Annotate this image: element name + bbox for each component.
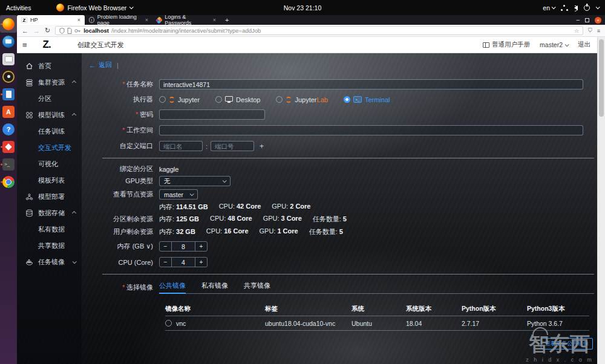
window-minimize-button[interactable]: –: [576, 18, 580, 22]
dock-item-help[interactable]: ?: [0, 120, 17, 138]
dock: A ? >_: [0, 15, 17, 364]
menu-icon[interactable]: ≡: [597, 28, 600, 34]
tab-private-image[interactable]: 私有镜像: [201, 281, 228, 293]
volume-icon[interactable]: [574, 5, 578, 10]
node-select[interactable]: master: [159, 189, 198, 200]
tab-logins-passwords[interactable]: Logins & Passwords ×: [152, 15, 220, 25]
bookmark-star-icon[interactable]: ☆: [574, 28, 579, 34]
sidebar-item-shared-data[interactable]: 共享数据: [17, 238, 82, 254]
sidebar-item-data-storage[interactable]: 数据存储: [17, 205, 82, 221]
port-name-input[interactable]: [159, 141, 203, 151]
memory-value[interactable]: 8: [171, 242, 195, 251]
user-manual-link[interactable]: 普通用户手册: [483, 41, 530, 49]
tab-close-icon[interactable]: ×: [145, 17, 148, 23]
tab-hp[interactable]: Z HP ×: [17, 15, 85, 25]
reload-button[interactable]: ↻: [45, 27, 50, 34]
scrollbar-thumb[interactable]: [599, 39, 604, 117]
sidebar-item-label: 首页: [38, 62, 51, 71]
chevron-down-icon: [73, 259, 77, 264]
divider: [102, 158, 594, 158]
sidebar-item-label: 模板列表: [38, 176, 65, 185]
tab-close-icon[interactable]: ×: [213, 17, 216, 23]
site-favicon: Z: [21, 17, 27, 23]
executor-option-desktop[interactable]: Desktop: [215, 96, 260, 103]
back-button[interactable]: ←: [22, 27, 28, 34]
table-row[interactable]: vnc ubuntu18.04-cuda10-vnc Ubuntu 18.04 …: [165, 316, 589, 331]
language-label: en: [543, 4, 550, 11]
protections-icon[interactable]: ⛉: [588, 27, 592, 34]
cpu-value[interactable]: 4: [171, 258, 195, 267]
new-tab-button[interactable]: +: [220, 15, 234, 25]
sidebar-item-model-deploy[interactable]: 模型部署: [17, 189, 82, 205]
tab-public-image[interactable]: 公共镜像: [159, 281, 186, 293]
sidebar-item-model-training[interactable]: 模型训练: [17, 107, 82, 123]
activities-button[interactable]: Activities: [6, 4, 31, 11]
password-input[interactable]: [159, 109, 265, 120]
dock-item-thunderbird[interactable]: [0, 33, 17, 50]
logout-button[interactable]: 退出: [578, 41, 590, 49]
system-menu-chevron-icon[interactable]: [596, 5, 600, 9]
chevron-up-icon: [72, 80, 76, 85]
sidebar-item-template-list[interactable]: 模板列表: [17, 172, 82, 189]
url-host: localhost: [83, 27, 109, 34]
row-radio-icon[interactable]: [165, 320, 172, 327]
power-icon[interactable]: [584, 5, 590, 11]
increment-button[interactable]: +: [195, 242, 207, 251]
user-dropdown[interactable]: master2: [540, 41, 568, 48]
page-scrollbar[interactable]: [597, 37, 605, 364]
dock-item-libreoffice[interactable]: [0, 85, 17, 103]
tab-close-icon[interactable]: ×: [77, 17, 80, 23]
dock-item-rhythmbox[interactable]: [0, 68, 17, 85]
port-number-input[interactable]: [211, 141, 254, 151]
chevron-down-icon: [552, 5, 556, 9]
sidebar-item-task-image[interactable]: 任务镜像: [17, 254, 82, 270]
app-menu[interactable]: Firefox Web Browser: [56, 4, 132, 11]
executor-option-jupyter[interactable]: Jupyter: [159, 96, 200, 103]
dock-item-terminal[interactable]: >_: [0, 155, 17, 173]
column-header: 系统: [352, 305, 406, 313]
increment-button[interactable]: +: [195, 258, 207, 267]
url-path: /index.html#/modeltraining/interactive/s…: [111, 27, 261, 34]
dock-item-firefox[interactable]: [0, 15, 17, 33]
dock-item-code-app[interactable]: [0, 138, 17, 155]
sidebar-item-interactive-dev[interactable]: 交互式开发: [17, 140, 82, 156]
executor-option-jupyterlab[interactable]: JupyterLab: [276, 96, 327, 103]
sidebar: 首页 集群资源 分区 模型训练: [17, 53, 82, 364]
decrement-button[interactable]: −: [160, 242, 171, 251]
language-indicator[interactable]: en: [543, 4, 555, 11]
gpu-type-select[interactable]: 无: [159, 176, 231, 186]
dock-item-chrome[interactable]: [0, 173, 17, 190]
task-name-input[interactable]: [159, 79, 583, 89]
dock-item-files[interactable]: [0, 50, 17, 68]
sidebar-item-visualization[interactable]: 可视化: [17, 156, 82, 172]
tab-shared-image[interactable]: 共享镜像: [244, 281, 270, 293]
tab-problem-loading[interactable]: i Problem loading page ×: [85, 15, 152, 25]
network-icon[interactable]: [561, 5, 568, 11]
forward-button[interactable]: →: [33, 27, 40, 34]
back-link[interactable]: ← 返回: [89, 60, 112, 70]
image-system: Ubuntu: [352, 320, 406, 327]
sidebar-item-home[interactable]: 首页: [17, 58, 82, 74]
url-bar[interactable]: localhost/index.html#/modeltraining/inte…: [55, 26, 583, 35]
executor-option-terminal[interactable]: >_ Terminal: [344, 96, 390, 103]
sidebar-item-partition[interactable]: 分区: [17, 91, 82, 107]
radio-icon: [276, 96, 283, 103]
browser-window: Z HP × i Problem loading page × Logins &…: [17, 15, 605, 364]
sidebar-item-task-training[interactable]: 任务训练: [17, 123, 82, 140]
app-logo[interactable]: Z.: [43, 39, 51, 51]
decrement-button[interactable]: −: [160, 258, 171, 267]
dock-item-software[interactable]: A: [0, 103, 17, 120]
window-maximize-button[interactable]: [585, 18, 589, 22]
option-label: Desktop: [236, 96, 260, 103]
sidebar-toggle-icon[interactable]: ≡: [22, 41, 27, 50]
sidebar-item-label: 共享数据: [38, 241, 65, 250]
sidebar-item-cluster-resources[interactable]: 集群资源: [17, 74, 82, 91]
workspace-input[interactable]: [159, 125, 583, 135]
add-port-button[interactable]: +: [260, 142, 264, 151]
field-label-partition-remaining: 分区剩余资源: [88, 215, 159, 224]
view-more-images-link[interactable]: 查看更多公共镜像: [541, 338, 593, 349]
sidebar-item-label: 数据存储: [38, 209, 65, 218]
column-header: Python版本: [462, 305, 527, 313]
window-close-button[interactable]: ×: [595, 17, 601, 24]
sidebar-item-private-data[interactable]: 私有数据: [17, 221, 82, 238]
